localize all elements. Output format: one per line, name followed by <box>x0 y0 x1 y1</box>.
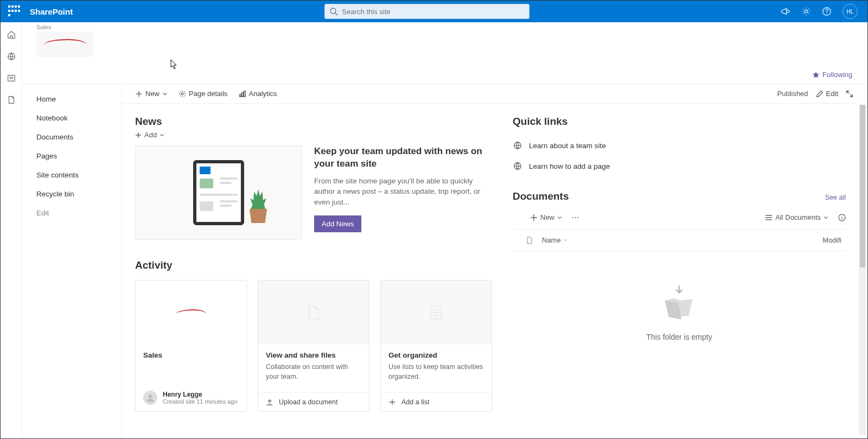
card-title: Get organized <box>388 351 484 359</box>
upload-document-link[interactable]: Upload a document <box>258 392 369 411</box>
card-title: View and share files <box>266 351 361 359</box>
column-modified[interactable]: Modifi <box>809 236 841 244</box>
news-description: From the site home page you'll be able t… <box>314 176 493 208</box>
plus-icon <box>530 214 538 221</box>
author-name: Henry Legge <box>163 391 238 398</box>
author-meta: Created site 11 minutes ago <box>163 398 238 405</box>
search-input[interactable] <box>342 8 525 16</box>
scrollbar[interactable] <box>859 105 866 435</box>
file-header-icon <box>526 237 533 244</box>
quicklink-item[interactable]: Learn about a team site <box>513 135 846 156</box>
expand-icon[interactable] <box>846 90 853 98</box>
globe-icon <box>513 161 522 171</box>
chevron-down-icon <box>557 214 562 221</box>
home-rail-icon[interactable] <box>7 30 16 40</box>
plus-icon <box>135 132 142 138</box>
following-button[interactable]: Following <box>812 71 852 79</box>
card-desc: Use lists to keep team activities organi… <box>388 362 484 381</box>
svg-rect-12 <box>239 94 241 96</box>
nav-recycle-bin[interactable]: Recycle bin <box>22 184 122 203</box>
news-heading: Keep your team updated with news on your… <box>314 145 493 170</box>
svg-point-4 <box>826 13 827 14</box>
analytics-icon <box>239 90 246 98</box>
card-desc: Collaborate on content with your team. <box>266 362 361 381</box>
empty-folder-icon <box>655 284 704 322</box>
plus-icon <box>135 90 143 98</box>
gear-icon <box>178 90 186 98</box>
empty-folder-text: This folder is empty <box>646 333 712 341</box>
documents-new-button[interactable]: New <box>530 213 562 221</box>
nav-notebook[interactable]: Notebook <box>22 109 122 128</box>
activity-card[interactable]: Get organized Use lists to keep team act… <box>380 280 492 412</box>
plus-icon <box>388 398 396 406</box>
file-icon <box>305 304 322 321</box>
svg-point-17 <box>149 395 152 398</box>
quicklinks-title: Quick links <box>513 116 846 128</box>
svg-rect-6 <box>8 75 15 81</box>
documents-title: Documents <box>513 190 569 202</box>
column-name[interactable]: Name <box>542 236 809 244</box>
star-icon <box>812 71 820 79</box>
activity-card[interactable]: Sales Henry Legge Created site 11 minute… <box>135 280 247 412</box>
all-documents-view[interactable]: All Documents <box>765 213 828 221</box>
documents-more-button[interactable]: ⋯ <box>572 213 579 221</box>
site-label: Sales <box>36 24 867 30</box>
settings-icon[interactable] <box>801 7 811 16</box>
news-rail-icon[interactable] <box>7 73 16 83</box>
published-label: Published <box>777 90 808 98</box>
chevron-down-icon <box>563 238 568 243</box>
site-logo[interactable] <box>36 31 93 57</box>
help-icon[interactable] <box>822 7 832 16</box>
see-all-link[interactable]: See all <box>825 194 846 201</box>
list-view-icon <box>765 214 773 221</box>
search-box[interactable] <box>324 4 529 19</box>
svg-point-2 <box>805 10 807 12</box>
nav-home[interactable]: Home <box>22 90 122 109</box>
new-button[interactable]: New <box>135 90 168 98</box>
page-details-button[interactable]: Page details <box>178 90 228 98</box>
app-name: SharePoint <box>30 7 73 16</box>
globe-rail-icon[interactable] <box>7 52 16 61</box>
list-icon <box>427 304 445 321</box>
news-title: News <box>135 116 493 128</box>
file-rail-icon[interactable] <box>7 95 16 105</box>
chevron-down-icon <box>159 132 164 138</box>
quicklink-item[interactable]: Learn how to add a page <box>513 156 846 176</box>
upload-icon <box>266 398 273 406</box>
nav-documents[interactable]: Documents <box>22 128 122 147</box>
pencil-icon <box>816 90 824 98</box>
megaphone-icon[interactable] <box>781 7 790 16</box>
activity-title: Activity <box>135 259 493 271</box>
app-launcher-icon[interactable] <box>8 5 20 17</box>
card-title: Sales <box>143 351 239 359</box>
search-icon <box>329 7 338 16</box>
chevron-down-icon <box>162 90 168 98</box>
add-news-button[interactable]: Add News <box>314 215 361 232</box>
svg-point-33 <box>841 215 842 216</box>
analytics-button[interactable]: Analytics <box>239 90 277 98</box>
globe-icon <box>513 141 522 150</box>
add-list-link[interactable]: Add a list <box>381 392 492 411</box>
svg-line-1 <box>335 13 337 15</box>
svg-point-0 <box>330 8 336 14</box>
nav-site-contents[interactable]: Site contents <box>22 166 122 184</box>
nav-edit[interactable]: Edit <box>22 203 122 222</box>
user-avatar[interactable]: HL <box>843 4 858 19</box>
author-avatar-icon <box>143 391 157 405</box>
activity-card[interactable]: View and share files Collaborate on cont… <box>258 280 369 412</box>
nav-pages[interactable]: Pages <box>22 147 122 166</box>
edit-button[interactable]: Edit <box>816 90 838 98</box>
svg-point-11 <box>181 93 183 95</box>
svg-rect-14 <box>244 91 245 97</box>
svg-rect-13 <box>241 92 243 97</box>
chevron-down-icon <box>824 214 828 221</box>
news-illustration <box>135 145 302 240</box>
info-icon[interactable] <box>838 214 846 221</box>
news-add-button[interactable]: Add <box>135 131 493 139</box>
